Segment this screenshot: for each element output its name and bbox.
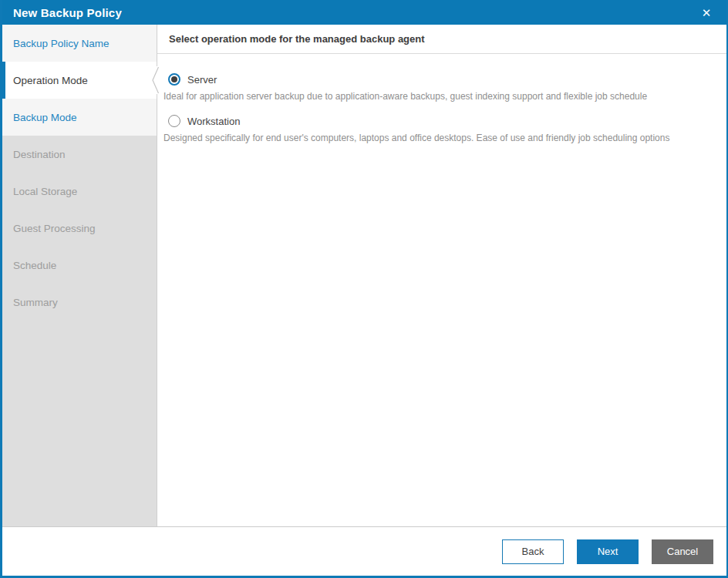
sidebar-item-guest-processing: Guest Processing bbox=[2, 210, 157, 247]
back-button[interactable]: Back bbox=[502, 539, 564, 564]
sidebar-item-summary: Summary bbox=[2, 284, 157, 321]
titlebar: New Backup Policy ✕ bbox=[2, 0, 726, 25]
sidebar-filler bbox=[2, 321, 157, 526]
next-button[interactable]: Next bbox=[577, 539, 639, 564]
sidebar-item-backup-mode[interactable]: Backup Mode bbox=[2, 99, 157, 136]
step-label: Summary bbox=[13, 297, 58, 308]
step-label: Local Storage bbox=[13, 186, 77, 197]
server-radio-row[interactable]: Server bbox=[163, 72, 711, 86]
option-workstation: Workstation Designed specifically for en… bbox=[163, 114, 711, 143]
workstation-radio-row[interactable]: Workstation bbox=[163, 114, 711, 128]
workstation-radio-label[interactable]: Workstation bbox=[187, 116, 240, 127]
new-backup-policy-dialog: New Backup Policy ✕ Backup Policy Name O… bbox=[0, 0, 728, 578]
page-title: Select operation mode for the managed ba… bbox=[169, 33, 425, 45]
window-title: New Backup Policy bbox=[13, 6, 122, 19]
sidebar-item-backup-policy-name[interactable]: Backup Policy Name bbox=[2, 25, 157, 62]
step-content: Select operation mode for the managed ba… bbox=[157, 25, 726, 526]
active-step-notch-icon bbox=[150, 66, 160, 94]
step-label: Schedule bbox=[13, 260, 56, 271]
step-label: Destination bbox=[13, 149, 66, 160]
heading-bar: Select operation mode for the managed ba… bbox=[157, 25, 726, 54]
wizard-steps-sidebar: Backup Policy Name Operation Mode Backup… bbox=[2, 25, 157, 526]
server-description: Ideal for application server backup due … bbox=[163, 91, 711, 102]
dialog-body: Backup Policy Name Operation Mode Backup… bbox=[2, 25, 726, 526]
sidebar-item-local-storage: Local Storage bbox=[2, 173, 157, 210]
server-radio-label[interactable]: Server bbox=[187, 74, 217, 86]
option-server: Server Ideal for application server back… bbox=[163, 72, 711, 102]
cancel-button[interactable]: Cancel bbox=[652, 539, 713, 564]
radio-unselected-icon[interactable] bbox=[168, 115, 180, 127]
sidebar-item-destination: Destination bbox=[2, 136, 157, 173]
radio-selected-icon[interactable] bbox=[168, 73, 180, 86]
workstation-description: Designed specifically for end user's com… bbox=[163, 133, 711, 143]
step-label: Backup Mode bbox=[13, 112, 77, 123]
step-label: Backup Policy Name bbox=[13, 38, 110, 49]
sidebar-item-operation-mode[interactable]: Operation Mode bbox=[2, 62, 157, 99]
step-label: Operation Mode bbox=[13, 75, 88, 86]
dialog-footer: Back Next Cancel bbox=[2, 526, 726, 576]
close-icon[interactable]: ✕ bbox=[696, 0, 717, 25]
sidebar-item-schedule: Schedule bbox=[2, 247, 157, 284]
step-label: Guest Processing bbox=[13, 223, 96, 234]
operation-mode-options: Server Ideal for application server back… bbox=[157, 54, 726, 143]
